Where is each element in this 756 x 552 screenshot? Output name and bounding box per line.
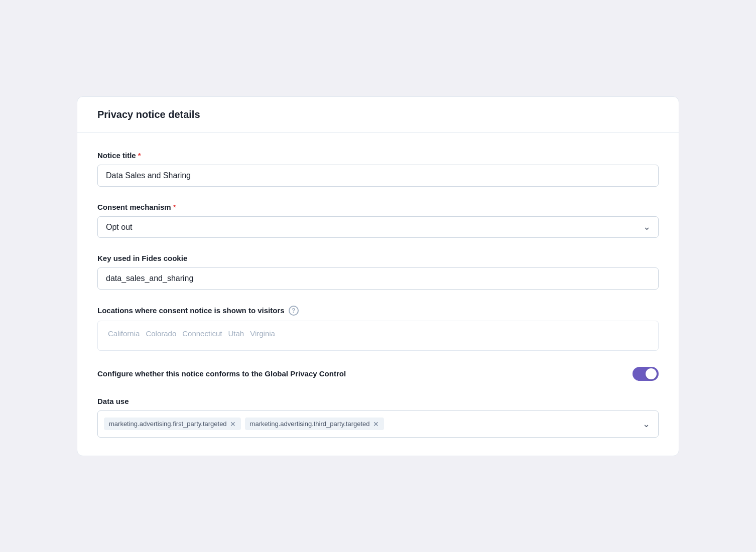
required-asterisk: * [138,151,141,160]
locations-label: Locations where consent notice is shown … [97,306,285,315]
notice-title-input[interactable] [97,165,659,187]
fides-key-label: Key used in Fides cookie [97,254,659,262]
data-use-tag-third-party-close[interactable]: ✕ [373,421,379,428]
location-tag-california: California [108,329,140,342]
consent-required-asterisk: * [173,203,176,211]
gpc-label: Configure whether this notice conforms t… [97,369,346,378]
locations-group: Locations where consent notice is shown … [97,306,659,351]
locations-box: California Colorado Connecticut Utah Vir… [97,321,659,351]
privacy-notice-details-card: Privacy notice details Notice title * Co… [77,96,679,456]
data-use-tag-third-party: marketing.advertising.third_party.target… [245,418,384,430]
consent-mechanism-select-wrapper: Opt out Opt in Notice only ⌄ [97,216,659,238]
locations-help-icon[interactable]: ? [289,306,299,316]
gpc-toggle[interactable] [633,367,659,381]
card-header: Privacy notice details [77,97,679,133]
consent-mechanism-select[interactable]: Opt out Opt in Notice only [97,216,659,238]
data-use-tag-third-party-label: marketing.advertising.third_party.target… [250,420,370,428]
notice-title-group: Notice title * [97,151,659,187]
data-use-chevron-icon: ⌄ [643,419,650,430]
toggle-thumb [646,368,657,379]
card-title: Privacy notice details [97,109,659,120]
card-body: Notice title * Consent mechanism * Opt o… [77,133,679,456]
data-use-tag-first-party-close[interactable]: ✕ [230,421,236,428]
data-use-label: Data use [97,397,659,405]
locations-label-row: Locations where consent notice is shown … [97,306,659,316]
fides-key-input[interactable] [97,267,659,290]
consent-mechanism-label: Consent mechanism * [97,203,659,211]
fides-key-group: Key used in Fides cookie [97,254,659,290]
gpc-row: Configure whether this notice conforms t… [97,367,659,381]
location-tag-utah: Utah [228,329,244,342]
data-use-group: Data use marketing.advertising.first_par… [97,397,659,438]
data-use-select-wrapper[interactable]: marketing.advertising.first_party.target… [97,410,659,438]
toggle-track [633,367,659,381]
location-tag-colorado: Colorado [146,329,176,342]
consent-mechanism-group: Consent mechanism * Opt out Opt in Notic… [97,203,659,238]
data-use-tag-first-party: marketing.advertising.first_party.target… [104,418,241,430]
data-use-tag-first-party-label: marketing.advertising.first_party.target… [109,420,227,428]
location-tag-connecticut: Connecticut [182,329,222,342]
notice-title-label: Notice title * [97,151,659,160]
location-tag-virginia: Virginia [250,329,275,342]
